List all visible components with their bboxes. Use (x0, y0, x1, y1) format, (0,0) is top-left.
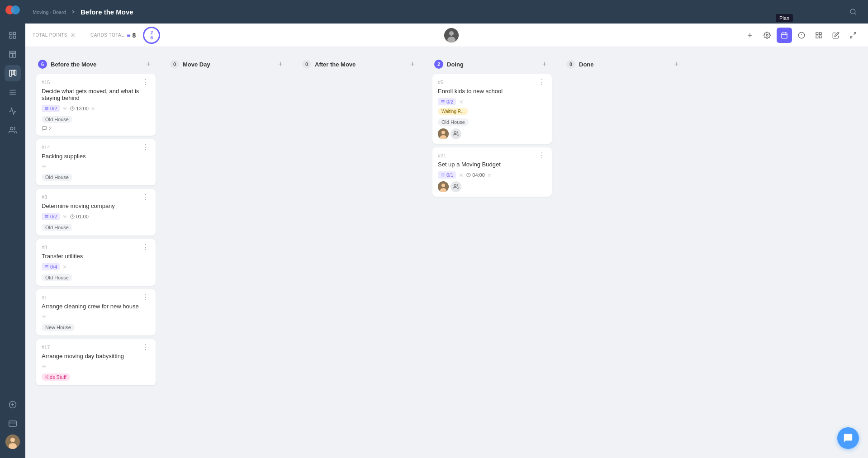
column-doing: 2Doing+#5⋮Enroll kids to new school 0/2✳… (429, 54, 555, 451)
card-tag: 0/1 (438, 171, 456, 179)
card[interactable]: #21⋮Set up a Moving Budget 0/1✳ 04:00≡ (432, 147, 552, 197)
svg-point-1 (11, 5, 20, 14)
cards-total-label: CARDS TOTAL (90, 33, 124, 38)
card-header: #14⋮ (42, 144, 150, 151)
column-title: After the Move (315, 61, 403, 68)
card-title: Determine moving company (42, 203, 150, 209)
total-points-stat: TOTAL POINTS ✳ (33, 32, 76, 39)
fullscreen-button[interactable] (845, 28, 861, 43)
card-menu-button[interactable]: ⋮ (141, 144, 150, 151)
card-tag: 0/2 (438, 98, 456, 105)
progress-circle: 2 6 (143, 27, 160, 44)
chat-fab[interactable] (837, 427, 859, 449)
card-menu-button[interactable]: ⋮ (141, 344, 150, 351)
card-menu-button[interactable]: ⋮ (141, 79, 150, 86)
svg-rect-42 (819, 36, 821, 38)
svg-rect-32 (782, 33, 787, 38)
card-title: Enroll kids to new school (438, 88, 546, 94)
card[interactable]: #15⋮Decide what gets moved, and what is … (36, 74, 156, 136)
sidebar-icon-payment[interactable] (5, 416, 21, 432)
card-tag: 0/2 (42, 105, 60, 112)
app-logo[interactable] (5, 5, 21, 21)
column-add-button[interactable]: + (671, 59, 682, 70)
card-star-icon: ✳ (42, 163, 47, 170)
column-count: 0 (302, 60, 311, 69)
card[interactable]: #3⋮Determine moving company 0/2✳ 01:00Ol… (36, 189, 156, 236)
sidebar-icon-reports[interactable] (5, 103, 21, 119)
card[interactable]: #14⋮Packing supplies✳Old House (36, 139, 156, 185)
add-button[interactable] (742, 28, 758, 43)
card-header: #8⋮ (42, 244, 150, 251)
column-cards: #15⋮Decide what gets moved, and what is … (33, 74, 159, 451)
card-menu-button[interactable]: ⋮ (141, 244, 150, 251)
column-done: 0Done+ (561, 54, 688, 451)
card-time: 01:00 (70, 214, 89, 219)
card-tag: 0/4 (42, 263, 60, 270)
sidebar-icon-home[interactable] (5, 27, 21, 43)
column-title: Doing (447, 61, 536, 68)
card-menu-button[interactable]: ⋮ (537, 152, 546, 159)
sidebar (0, 0, 25, 458)
user-avatar[interactable] (5, 434, 20, 449)
search-button[interactable] (845, 4, 861, 19)
card-menu-button[interactable]: ⋮ (141, 294, 150, 301)
svg-rect-6 (9, 51, 16, 53)
sidebar-icon-board[interactable] (5, 65, 21, 81)
sidebar-icon-dashboard[interactable] (5, 46, 21, 62)
plan-button[interactable] (777, 28, 792, 43)
edit-button[interactable] (828, 28, 844, 43)
column-add-button[interactable]: + (407, 59, 418, 70)
column-header-before-the-move: 6Before the Move+ (33, 54, 159, 74)
card-comment: 2 (42, 126, 150, 131)
card-title: Set up a Moving Budget (438, 161, 546, 168)
sidebar-icon-upgrade[interactable] (5, 397, 21, 413)
waiting-badge: Waiting R... (438, 108, 468, 115)
column-add-button[interactable]: + (275, 59, 286, 70)
card-menu-button[interactable]: ⋮ (141, 194, 150, 201)
column-count: 0 (566, 60, 575, 69)
card-star-icon: ✳ (459, 99, 464, 105)
card[interactable]: #8⋮Transfer utilities 0/4✳Old House (36, 239, 156, 286)
card-header: #21⋮ (438, 152, 546, 159)
card-number: #1 (42, 295, 47, 300)
column-add-button[interactable]: + (539, 59, 550, 70)
svg-point-60 (441, 131, 445, 134)
card-title: Arrange moving day babysitting (42, 353, 150, 359)
svg-rect-39 (816, 33, 818, 35)
card-avatar (438, 128, 449, 139)
card[interactable]: #5⋮Enroll kids to new school 0/2✳Waiting… (432, 74, 552, 144)
svg-line-43 (854, 33, 856, 35)
board-user-avatar[interactable] (444, 28, 459, 42)
card-view-button[interactable] (811, 28, 826, 43)
column-title: Before the Move (51, 61, 139, 68)
column-title: Done (579, 61, 668, 68)
card-number: #14 (42, 145, 50, 150)
column-add-button[interactable]: + (143, 59, 154, 70)
card-menu-button[interactable]: ⋮ (537, 79, 546, 86)
toolbar: TOTAL POINTS ✳ CARDS TOTAL ≡ 8 2 6 (25, 24, 868, 47)
card-star-icon: ✳ (42, 363, 47, 370)
card[interactable]: #1⋮Arrange cleaning crew for new house✳N… (36, 289, 156, 335)
svg-point-15 (10, 127, 13, 130)
card-title: Packing supplies (42, 153, 150, 160)
info-button[interactable] (794, 28, 809, 43)
svg-rect-5 (14, 36, 16, 38)
card-label: Kids Stuff (42, 373, 70, 381)
card-number: #5 (438, 80, 443, 85)
card-title: Decide what gets moved, and what is stay… (42, 88, 150, 101)
column-cards (297, 74, 423, 451)
card-title: Arrange cleaning crew for new house (42, 303, 150, 310)
svg-point-24 (850, 9, 855, 14)
card[interactable]: #17⋮Arrange moving day babysitting✳Kids … (36, 339, 156, 385)
card-avatars (438, 128, 546, 139)
card-number: #8 (42, 245, 47, 250)
svg-line-44 (850, 36, 853, 38)
svg-rect-41 (816, 36, 818, 38)
settings-button[interactable] (759, 28, 775, 43)
sidebar-icon-list[interactable] (5, 84, 21, 100)
card-avatar-group-icon (451, 128, 461, 139)
svg-line-25 (854, 13, 856, 14)
sidebar-icon-team[interactable] (5, 122, 21, 138)
svg-point-62 (454, 132, 456, 134)
card-star-icon: ✳ (62, 213, 67, 220)
